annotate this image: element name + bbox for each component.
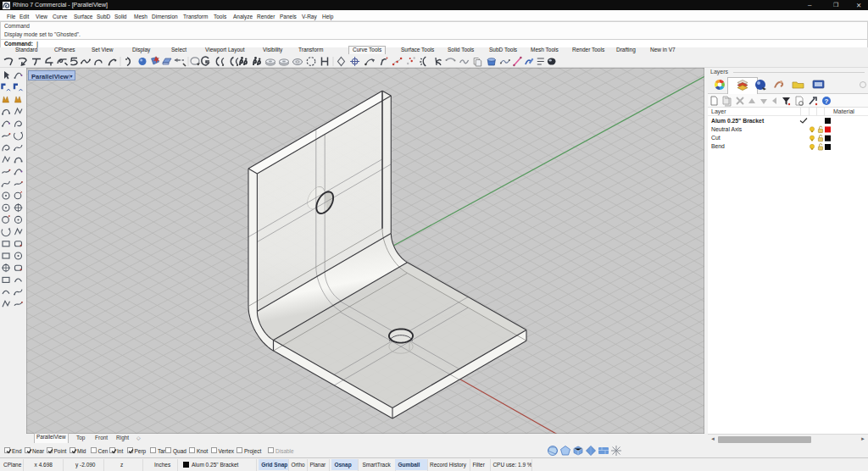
svg-text:?: ? [825,97,829,105]
